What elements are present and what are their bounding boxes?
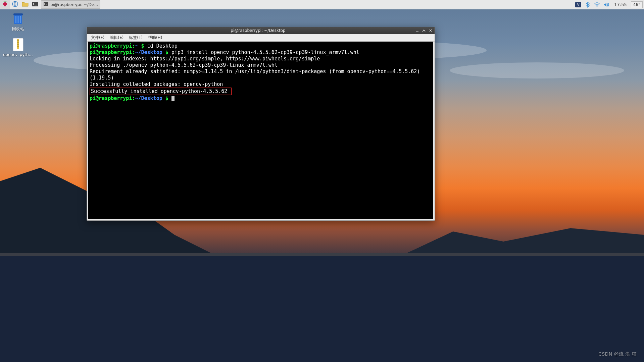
tray-clock[interactable]: 17:55 (612, 2, 629, 7)
web-browser-button[interactable] (10, 0, 20, 9)
terminal-output-highlighted: Successfully installed opencv-python-4.5… (90, 88, 232, 95)
svg-rect-14 (17, 44, 19, 45)
wifi-tray-icon[interactable] (593, 1, 601, 8)
prompt-user: pi@raspberrypi (90, 49, 132, 55)
watermark: CSDN @流 浪 猫 (598, 351, 637, 357)
menu-tabs[interactable]: 标签(T) (126, 34, 145, 41)
terminal-icon (32, 1, 39, 8)
prompt-path: ~/Desktop (135, 95, 162, 101)
svg-point-2 (450, 62, 624, 79)
vnc-tray-icon[interactable]: V (575, 1, 582, 8)
menu-file[interactable]: 文件(F) (88, 34, 107, 41)
svg-rect-13 (17, 42, 19, 43)
desktop-icon-trash[interactable]: 回收站 (5, 11, 32, 32)
taskbar-app-terminal[interactable]: pi@raspberrypi: ~/De… (41, 0, 100, 9)
desktop-icon-label: opencv_python… (3, 52, 33, 57)
svg-rect-4 (0, 253, 644, 256)
taskbar: pi@raspberrypi: ~/De… V 17: (0, 0, 644, 9)
svg-rect-22 (44, 2, 48, 6)
terminal-launcher-button[interactable] (30, 0, 40, 9)
terminal-window: pi@raspberrypi: ~/Desktop 文件(F) 编辑(E) 标签… (87, 27, 435, 221)
svg-point-18 (4, 4, 6, 6)
svg-rect-3 (0, 253, 644, 362)
terminal-cursor (171, 96, 175, 101)
command-text: pip3 install opencv_python-4.5.5.62-cp39… (171, 49, 359, 55)
taskbar-app-label: pi@raspberrypi: ~/De… (50, 2, 98, 7)
svg-rect-12 (17, 40, 19, 41)
desktop-icon-file[interactable]: opencv_python… (5, 38, 32, 57)
terminal-icon (43, 2, 49, 7)
volume-tray-icon[interactable] (603, 1, 610, 8)
svg-text:V: V (577, 3, 580, 7)
start-menu-button[interactable] (0, 0, 10, 9)
desktop-background: 回收站 opencv_python… pi@raspberrypi: ~/Des… (0, 0, 644, 362)
globe-icon (12, 1, 18, 8)
command-text: cd Desktop (147, 43, 178, 49)
window-close-button[interactable] (428, 28, 433, 33)
archive-icon (10, 38, 26, 52)
bluetooth-tray-icon[interactable] (584, 1, 591, 8)
terminal-output: Looking in indexes: https://pypi.org/sim… (90, 56, 432, 62)
window-menubar: 文件(F) 编辑(E) 标签(T) 帮助(H) (87, 34, 435, 42)
svg-rect-15 (17, 46, 19, 47)
svg-point-19 (4, 2, 6, 4)
desktop-icon-label: 回收站 (12, 26, 24, 32)
terminal-output: Processing ./opencv_python-4.5.5.62-cp39… (90, 62, 432, 68)
prompt-user: pi@raspberrypi (90, 95, 132, 101)
svg-rect-8 (18, 16, 19, 23)
menu-edit[interactable]: 编辑(E) (107, 34, 126, 41)
raspberry-icon (2, 1, 8, 8)
folder-icon (22, 1, 29, 8)
svg-point-25 (597, 6, 598, 7)
terminal-output: Requirement already satisfied: numpy>=1.… (90, 68, 432, 81)
menu-help[interactable]: 帮助(H) (145, 34, 165, 41)
svg-rect-9 (20, 16, 21, 23)
prompt-path: ~ (135, 43, 138, 49)
tray-temperature[interactable]: 46° (631, 1, 643, 8)
terminal-body[interactable]: pi@raspberrypi:~ $ cd Desktop pi@raspber… (88, 42, 433, 219)
window-maximize-button[interactable] (421, 28, 427, 33)
prompt-user: pi@raspberrypi (90, 43, 132, 49)
svg-rect-6 (13, 13, 23, 15)
window-titlebar[interactable]: pi@raspberrypi: ~/Desktop (87, 27, 435, 34)
svg-rect-21 (32, 2, 38, 6)
window-minimize-button[interactable] (414, 28, 420, 33)
trash-icon (10, 11, 26, 25)
file-manager-button[interactable] (20, 0, 30, 9)
svg-rect-7 (15, 16, 16, 23)
prompt-path: ~/Desktop (135, 49, 162, 55)
terminal-output: Installing collected packages: opencv-py… (90, 81, 432, 88)
window-title: pi@raspberrypi: ~/Desktop (102, 28, 414, 33)
